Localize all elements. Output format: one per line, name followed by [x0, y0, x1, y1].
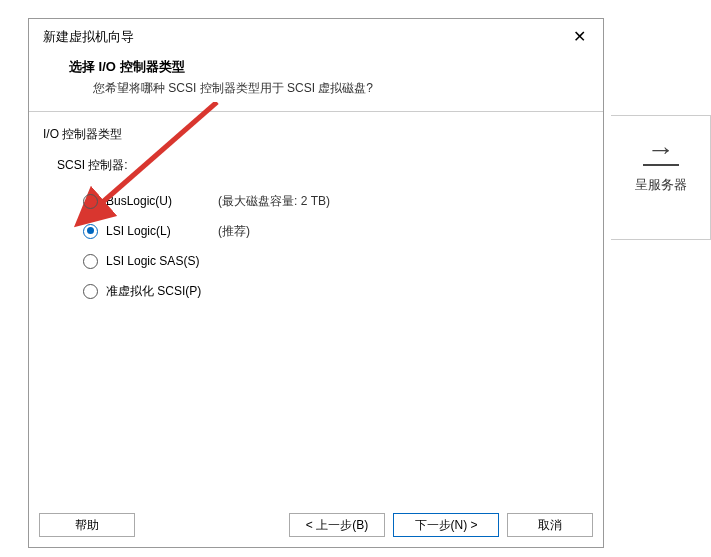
dialog-footer: 帮助 < 上一步(B) 下一步(N) > 取消: [29, 505, 603, 547]
radio-group: BusLogic(U) (最大磁盘容量: 2 TB) LSI Logic(L) …: [83, 186, 589, 306]
close-icon[interactable]: ✕: [567, 27, 591, 46]
cancel-button[interactable]: 取消: [507, 513, 593, 537]
radio-icon: [83, 284, 98, 299]
radio-option-lsilogic-sas[interactable]: LSI Logic SAS(S): [83, 246, 589, 276]
next-button[interactable]: 下一步(N) >: [393, 513, 499, 537]
radio-label: LSI Logic(L): [106, 224, 218, 238]
radio-option-paravirtual[interactable]: 准虚拟化 SCSI(P): [83, 276, 589, 306]
radio-icon: [83, 254, 98, 269]
radio-hint: (最大磁盘容量: 2 TB): [218, 193, 330, 210]
radio-icon: [83, 194, 98, 209]
radio-option-lsilogic[interactable]: LSI Logic(L) (推荐): [83, 216, 589, 246]
titlebar: 新建虚拟机向导 ✕: [29, 19, 603, 52]
dialog-title: 新建虚拟机向导: [43, 28, 134, 46]
help-button[interactable]: 帮助: [39, 513, 135, 537]
radio-label: 准虚拟化 SCSI(P): [106, 283, 218, 300]
radio-label: LSI Logic SAS(S): [106, 254, 218, 268]
header-subtitle: 您希望将哪种 SCSI 控制器类型用于 SCSI 虚拟磁盘?: [93, 80, 589, 97]
radio-label: BusLogic(U): [106, 194, 218, 208]
export-icon: →: [643, 136, 679, 166]
radio-hint: (推荐): [218, 223, 250, 240]
dialog-header: 选择 I/O 控制器类型 您希望将哪种 SCSI 控制器类型用于 SCSI 虚拟…: [29, 52, 603, 111]
background-label: 呈服务器: [611, 176, 710, 194]
radio-icon: [83, 224, 98, 239]
radio-option-buslogic[interactable]: BusLogic(U) (最大磁盘容量: 2 TB): [83, 186, 589, 216]
group-label: I/O 控制器类型: [43, 126, 589, 143]
wizard-dialog: 新建虚拟机向导 ✕ 选择 I/O 控制器类型 您希望将哪种 SCSI 控制器类型…: [28, 18, 604, 548]
header-title: 选择 I/O 控制器类型: [69, 58, 589, 76]
sub-label: SCSI 控制器:: [57, 157, 589, 174]
background-panel: → 呈服务器: [611, 115, 711, 240]
back-button[interactable]: < 上一步(B): [289, 513, 385, 537]
dialog-content: I/O 控制器类型 SCSI 控制器: BusLogic(U) (最大磁盘容量:…: [29, 112, 603, 505]
